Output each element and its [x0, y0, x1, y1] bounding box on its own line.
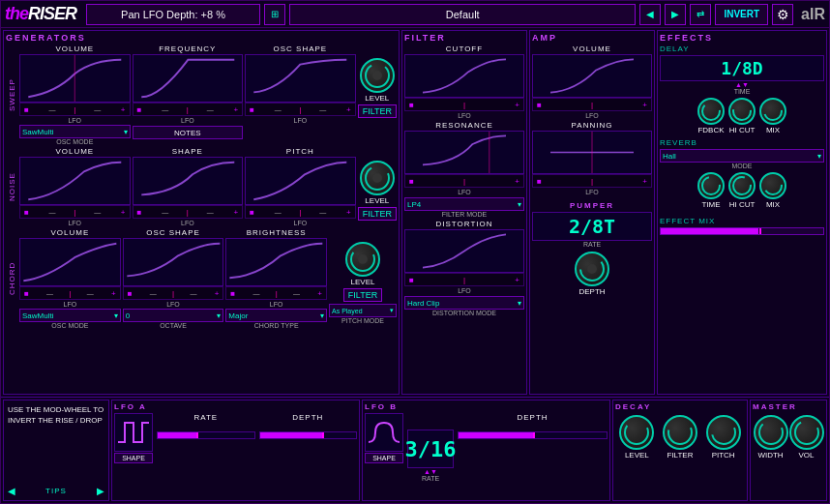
pumper-rate-display[interactable]: 2/8T	[532, 212, 652, 241]
lfo-b-rate-arrows[interactable]: ▲▼	[424, 468, 437, 475]
settings-button[interactable]: ⚙	[772, 4, 793, 25]
filter-title: FILTER	[404, 33, 524, 43]
reverb-mode-dropdown[interactable]: Hall▾	[660, 149, 824, 163]
nav-right-button[interactable]: ▶	[665, 4, 686, 25]
svg-point-21	[759, 421, 783, 444]
distortion-plus[interactable]: +	[513, 276, 521, 284]
lfo-b-shape-display[interactable]	[365, 413, 403, 452]
sweep-freq-graph[interactable]	[133, 54, 244, 103]
sweep-level-knob-area: LEVEL FILTER	[358, 44, 397, 145]
sweep-osc-mode-dropdown[interactable]: SawMulti▾	[19, 125, 131, 138]
distortion-graph[interactable]	[404, 229, 524, 273]
tips-next-button[interactable]: ▶	[97, 486, 104, 496]
chord-shape-minus[interactable]: ■	[126, 289, 134, 298]
amp-volume-graph[interactable]	[532, 54, 652, 98]
decay-level-knob[interactable]	[619, 415, 654, 450]
svg-point-19	[668, 421, 692, 444]
master-vol-knob-col: VOL	[789, 415, 824, 460]
amp-pan-plus[interactable]: +	[640, 177, 649, 186]
resonance-minus[interactable]: ■	[407, 177, 416, 186]
decay-filter-knob[interactable]	[663, 415, 697, 450]
chord-shape-title: OSC SHAPE	[123, 228, 224, 237]
chord-shape-plus[interactable]: +	[213, 289, 222, 298]
sweep-vol-plus[interactable]: +	[119, 105, 128, 114]
preset-name[interactable]: Default	[289, 4, 636, 25]
sweep-shape-minus[interactable]: ■	[248, 105, 256, 114]
distortion-minus[interactable]: ■	[407, 276, 416, 284]
invert-button[interactable]: INVERT	[715, 4, 768, 25]
delay-mix-knob[interactable]	[759, 98, 786, 125]
chord-level-knob[interactable]	[345, 242, 380, 277]
delay-arrows[interactable]: ▲▼	[660, 81, 824, 88]
chord-osc-mode-dropdown[interactable]: SawMulti▾	[19, 309, 121, 322]
delay-section: DELAY 1/8D ▲▼ TIME FDBCK	[660, 44, 824, 134]
amp-pan-minus[interactable]: ■	[535, 177, 544, 186]
chord-bright-plus[interactable]: +	[315, 289, 324, 298]
noise-pitch-minus[interactable]: ■	[248, 208, 256, 217]
master-vol-knob[interactable]	[789, 415, 824, 450]
sweep-vol-minus[interactable]: ■	[22, 105, 31, 114]
sweep-shape-plus[interactable]: +	[344, 105, 353, 114]
shuffle-button[interactable]: ⇄	[690, 4, 711, 25]
filter-mode-dropdown[interactable]: LP4▾	[404, 197, 524, 211]
reverb-time-knob[interactable]	[697, 172, 725, 199]
chord-key-dropdown[interactable]: Major▾	[225, 309, 327, 322]
reverb-hicut-knob[interactable]	[728, 172, 756, 199]
distortion-mode-dropdown[interactable]: Hard Clip▾	[404, 296, 524, 310]
pumper-depth-knob[interactable]	[575, 252, 609, 286]
reverb-mix-knob[interactable]	[759, 172, 786, 199]
resonance-plus[interactable]: +	[513, 177, 521, 186]
chord-bright-minus[interactable]: ■	[228, 289, 237, 298]
chord-bright-graph[interactable]	[225, 238, 327, 286]
delay-time-display[interactable]: 1/8D	[660, 55, 824, 81]
noise-pitch-graph[interactable]	[245, 157, 356, 205]
sweep-level-knob[interactable]	[360, 58, 395, 93]
cutoff-plus[interactable]: +	[513, 101, 521, 109]
lfo-b-depth-slider[interactable]	[458, 431, 608, 439]
chord-vol-plus[interactable]: +	[109, 289, 118, 298]
effect-mix-slider[interactable]	[660, 227, 824, 235]
chord-osc-mode-label: OSC MODE	[19, 322, 121, 329]
lfo-b-rate-display[interactable]: 3/16	[407, 430, 454, 468]
chord-vol-minus[interactable]: ■	[22, 289, 31, 298]
noise-level-knob[interactable]	[360, 161, 395, 195]
save-button[interactable]: ⊞	[264, 4, 285, 25]
nav-left-button[interactable]: ◀	[639, 4, 661, 25]
master-width-knob[interactable]	[754, 415, 788, 450]
lfo-a-shape-display[interactable]	[114, 413, 153, 452]
cutoff-graph[interactable]	[404, 54, 524, 98]
amp-vol-minus[interactable]: ■	[535, 101, 544, 109]
delay-hicut-knob[interactable]	[728, 98, 756, 125]
chord-shape-graph[interactable]	[123, 238, 224, 286]
noise-shape-graph[interactable]	[133, 157, 244, 205]
delay-fdbck-knob[interactable]	[697, 98, 725, 125]
cutoff-minus[interactable]: ■	[407, 101, 416, 109]
decay-pitch-knob[interactable]	[706, 415, 741, 450]
noise-shape-minus[interactable]: ■	[135, 208, 144, 217]
chord-filter-btn[interactable]: FILTER	[343, 288, 382, 302]
sweep-freq-minus[interactable]: ■	[135, 105, 144, 114]
noise-vol-plus[interactable]: +	[119, 208, 128, 217]
noise-shape-plus[interactable]: +	[231, 208, 240, 217]
lfo-a-rate-slider[interactable]	[157, 431, 255, 439]
sweep-freq-plus[interactable]: +	[231, 105, 240, 114]
noise-filter-btn[interactable]: FILTER	[358, 207, 397, 221]
chord-pitch-dropdown[interactable]: As Played▾	[329, 304, 397, 317]
noise-vol-minus[interactable]: ■	[22, 208, 31, 217]
chord-volume-graph[interactable]	[19, 238, 121, 286]
effect-mix-thumb	[759, 228, 761, 234]
tips-prev-button[interactable]: ◀	[8, 486, 15, 496]
sweep-shape-graph[interactable]	[245, 54, 356, 103]
amp-vol-plus[interactable]: +	[640, 101, 649, 109]
noise-pitch-plus[interactable]: +	[344, 208, 353, 217]
chord-octave-dropdown[interactable]: 0▾	[123, 309, 224, 322]
decay-title: DECAY	[615, 402, 745, 411]
sweep-filter-btn[interactable]: FILTER	[358, 104, 397, 118]
notes-button[interactable]: NOTES	[133, 126, 244, 139]
lfo-a-depth-slider[interactable]	[259, 431, 358, 439]
resonance-graph[interactable]	[404, 131, 524, 174]
amp-panning-graph[interactable]	[532, 131, 652, 174]
noise-volume-graph[interactable]	[19, 157, 131, 205]
sweep-label: SWEEP	[6, 44, 17, 145]
sweep-volume-graph[interactable]	[19, 54, 131, 103]
